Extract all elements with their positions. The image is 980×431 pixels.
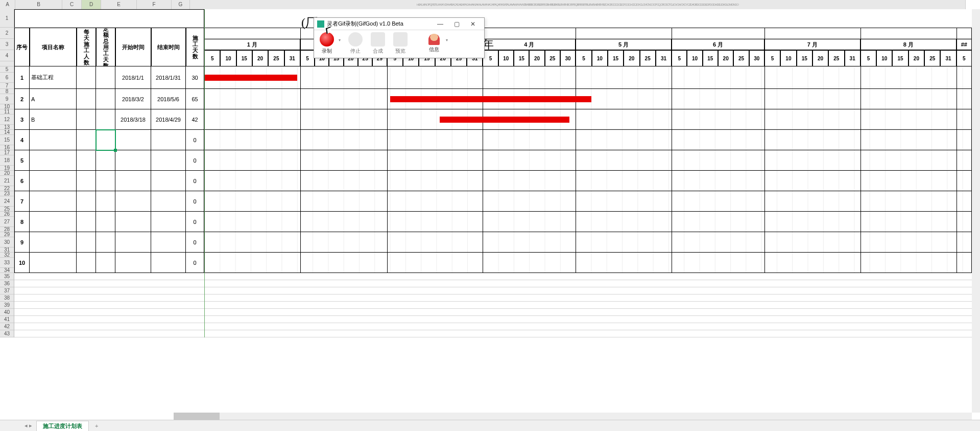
row-head-39[interactable]: 39 xyxy=(0,302,14,309)
row-head-42[interactable]: 42 xyxy=(0,323,14,330)
data-3-2[interactable] xyxy=(77,130,96,150)
header-5[interactable]: 结束时间 xyxy=(151,28,186,66)
col-head-C[interactable]: C xyxy=(62,0,82,9)
tick-42[interactable]: 5 xyxy=(861,50,876,66)
maximize-button[interactable]: ▢ xyxy=(448,19,465,29)
tick-2[interactable]: 15 xyxy=(236,50,252,66)
blank-row-43[interactable] xyxy=(14,330,980,337)
data-6-3[interactable] xyxy=(96,191,115,212)
data-9-0[interactable]: 10 xyxy=(14,253,30,273)
hscroll-thumb[interactable] xyxy=(174,413,220,420)
row-head-30[interactable]: 30 xyxy=(0,237,14,247)
col-heads-compressed[interactable]: HIJKLMNOPQRSTUVWXYZAAABACADAEAFAGAHAIAJA… xyxy=(190,0,966,9)
data-9-3[interactable] xyxy=(96,253,115,273)
stop-button[interactable]: 停止 xyxy=(345,32,366,55)
tick-28[interactable]: 25 xyxy=(640,50,656,66)
col-head-G[interactable]: G xyxy=(172,0,190,9)
row-head-5[interactable]: 5 xyxy=(0,66,14,73)
gantt-bar-0[interactable] xyxy=(204,75,297,81)
row-head-9[interactable]: 9 xyxy=(0,94,14,104)
data-7-4[interactable] xyxy=(115,212,151,232)
data-2-6[interactable]: 42 xyxy=(186,109,204,130)
data-2-5[interactable]: 2018/4/29 xyxy=(151,109,186,130)
blank-row-37[interactable] xyxy=(14,287,980,294)
data-7-6[interactable]: 0 xyxy=(186,212,204,232)
row-head-17[interactable]: 17 xyxy=(0,150,14,155)
data-7-5[interactable] xyxy=(151,212,186,232)
tick-30[interactable]: 5 xyxy=(672,50,687,66)
data-5-6[interactable]: 0 xyxy=(186,171,204,191)
data-2-3[interactable] xyxy=(96,109,115,130)
row-head-8[interactable]: 8 xyxy=(0,89,14,94)
row-head-37[interactable]: 37 xyxy=(0,287,14,294)
data-8-1[interactable] xyxy=(30,232,77,253)
row-head-35[interactable]: 35 xyxy=(0,273,14,280)
tick-6[interactable]: 5 xyxy=(300,50,315,66)
data-8-6[interactable]: 0 xyxy=(186,232,204,253)
data-1-2[interactable] xyxy=(77,89,96,109)
col-head-E[interactable]: E xyxy=(101,0,137,9)
data-5-3[interactable] xyxy=(96,171,115,191)
data-3-0[interactable]: 4 xyxy=(14,130,30,150)
tick-48[interactable]: 5 xyxy=(957,50,972,66)
data-5-4[interactable] xyxy=(115,171,151,191)
blank-row-41[interactable] xyxy=(14,316,980,323)
tick-31[interactable]: 10 xyxy=(687,50,702,66)
tick-43[interactable]: 10 xyxy=(876,50,892,66)
data-1-1[interactable]: A xyxy=(30,89,77,109)
col-head-A[interactable]: A xyxy=(0,0,15,9)
row-head-15[interactable]: 15 xyxy=(0,135,14,145)
data-9-4[interactable] xyxy=(115,253,151,273)
close-button[interactable]: ✕ xyxy=(465,19,481,29)
row-head-29[interactable]: 29 xyxy=(0,232,14,237)
data-4-4[interactable] xyxy=(115,150,151,171)
row-head-36[interactable]: 36 xyxy=(0,280,14,287)
tick-38[interactable]: 15 xyxy=(797,50,812,66)
merge-button[interactable]: 合成 xyxy=(367,32,389,55)
data-8-5[interactable] xyxy=(151,232,186,253)
data-7-1[interactable] xyxy=(30,212,77,232)
data-8-2[interactable] xyxy=(77,232,96,253)
minimize-button[interactable]: — xyxy=(432,19,448,29)
data-0-3[interactable] xyxy=(96,66,115,89)
data-1-4[interactable]: 2018/3/2 xyxy=(115,89,151,109)
data-3-5[interactable] xyxy=(151,130,186,150)
month-8[interactable]: ## xyxy=(957,39,972,50)
info-dropdown[interactable]: ▾ xyxy=(446,32,451,55)
tick-33[interactable]: 20 xyxy=(718,50,733,66)
tick-44[interactable]: 15 xyxy=(892,50,908,66)
tick-47[interactable]: 31 xyxy=(940,50,956,66)
blank-row-42[interactable] xyxy=(14,323,980,330)
tick-32[interactable]: 15 xyxy=(703,50,718,66)
data-0-1[interactable]: 基础工程 xyxy=(30,66,77,89)
tick-41[interactable]: 31 xyxy=(845,50,861,66)
data-3-1[interactable] xyxy=(30,130,77,150)
row-head-2[interactable]: 2 xyxy=(0,28,14,39)
col-head-D[interactable]: D xyxy=(82,0,101,9)
data-6-5[interactable] xyxy=(151,191,186,212)
sheet-tab[interactable]: 施工进度计划表 xyxy=(36,421,89,431)
data-0-2[interactable] xyxy=(77,66,96,89)
tick-0[interactable]: 5 xyxy=(204,50,220,66)
header-4[interactable]: 开始时间 xyxy=(115,28,151,66)
row-head-26[interactable]: 26 xyxy=(0,212,14,217)
data-9-1[interactable] xyxy=(30,253,77,273)
data-1-3[interactable] xyxy=(96,89,115,109)
tick-22[interactable]: 25 xyxy=(545,50,560,66)
row-head-33[interactable]: 33 xyxy=(0,258,14,268)
data-3-6[interactable]: 0 xyxy=(186,130,204,150)
header-3[interactable]: 定额总用工天数 xyxy=(96,28,115,66)
row-head-43[interactable]: 43 xyxy=(0,330,14,337)
tick-39[interactable]: 20 xyxy=(812,50,828,66)
row-head-14[interactable]: 14 xyxy=(0,130,14,135)
data-6-1[interactable] xyxy=(30,191,77,212)
tick-21[interactable]: 20 xyxy=(529,50,544,66)
data-3-4[interactable] xyxy=(115,130,151,150)
month-7[interactable]: 8 月 xyxy=(861,39,957,50)
row-head-6[interactable]: 6 xyxy=(0,73,14,83)
blank-row-38[interactable] xyxy=(14,294,980,302)
data-1-0[interactable]: 2 xyxy=(14,89,30,109)
tick-18[interactable]: 5 xyxy=(483,50,498,66)
month-0[interactable]: 1 月 xyxy=(204,39,300,50)
data-0-0[interactable]: 1 xyxy=(14,66,30,89)
